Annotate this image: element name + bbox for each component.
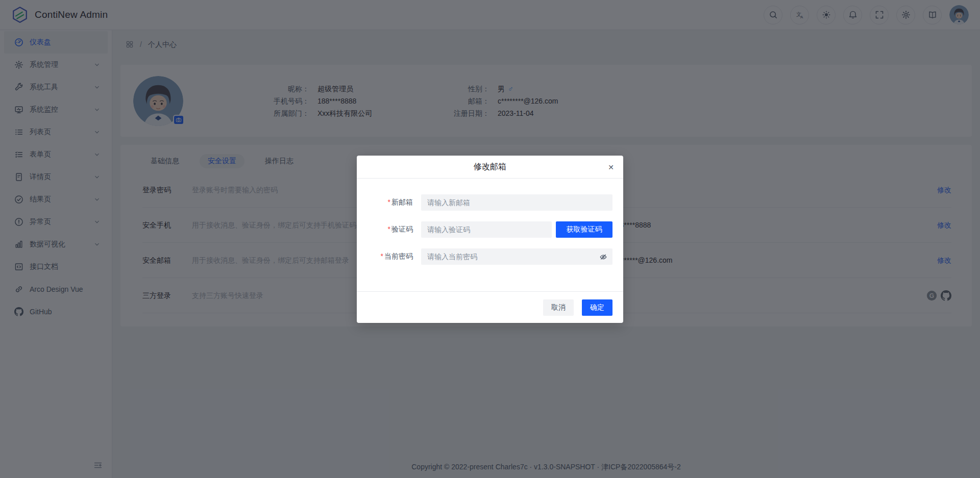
required-asterisk: * [381,252,383,260]
verification-code-label: *验证码 [367,225,413,234]
field-current-password: *当前密码 [367,248,612,265]
cancel-button[interactable]: 取消 [543,299,574,316]
current-password-label: *当前密码 [367,252,413,261]
close-icon[interactable]: ✕ [608,156,614,179]
eye-invisible-icon[interactable] [599,253,607,261]
app-root: ContiNew Admin 仪表盘 系统管理 系统工具 [0,0,980,478]
current-password-input-wrap [421,248,612,265]
modal-header: 修改邮箱 ✕ [357,156,623,179]
modal-title: 修改邮箱 [474,162,506,172]
modal-footer: 取消 确定 [357,291,623,323]
new-email-label: *新邮箱 [367,198,413,207]
confirm-button[interactable]: 确定 [582,299,612,316]
required-asterisk: * [388,198,390,206]
field-verification-code: *验证码 获取验证码 [367,221,612,238]
new-email-input[interactable] [421,194,612,211]
required-asterisk: * [388,225,390,233]
modal-body: *新邮箱 *验证码 获取验证码 *当前密码 [357,179,623,265]
get-verification-code-button[interactable]: 获取验证码 [556,221,612,238]
field-new-email: *新邮箱 [367,194,612,211]
change-email-modal: 修改邮箱 ✕ *新邮箱 *验证码 获取验证码 *当前密码 取消 [357,156,623,323]
current-password-input[interactable] [421,248,599,265]
verification-code-input[interactable] [421,221,552,238]
